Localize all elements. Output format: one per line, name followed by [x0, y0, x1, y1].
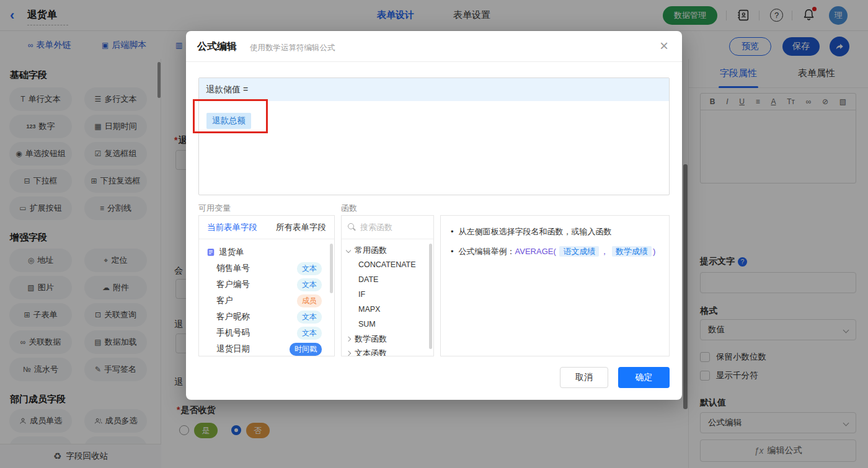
type-badge: 文本 — [297, 278, 322, 291]
function-item[interactable]: CONCATENATE — [342, 257, 433, 272]
help-tip-1: •从左侧面板选择字段名和函数，或输入函数 — [451, 226, 659, 238]
modal-header: 公式编辑 使用数学运算符编辑公式 × — [186, 31, 682, 62]
formula-editor: 退款储值 = — [198, 77, 670, 195]
type-badge: 成员 — [297, 294, 322, 307]
function-group-text[interactable]: 文本函数 — [342, 346, 433, 356]
type-badge: 文本 — [297, 327, 322, 340]
function-group-common[interactable]: 常用函数 — [342, 243, 433, 257]
type-badge: 文本 — [297, 311, 322, 324]
variable-row[interactable]: 客户编号文本 — [206, 276, 328, 293]
functions-scrollbar[interactable] — [429, 244, 432, 349]
help-tip-2: • 公式编辑举例：AVERAGE( 语文成绩， 数学成绩) — [451, 245, 659, 258]
close-icon[interactable]: × — [660, 37, 668, 55]
function-search-input[interactable] — [360, 223, 422, 232]
example-chip: 语文成绩 — [559, 246, 599, 257]
type-badge: 时间戳 — [290, 343, 322, 356]
form-doc-icon — [206, 248, 215, 257]
tab-current-form-fields[interactable]: 当前表单字段 — [207, 222, 257, 233]
chevron-right-icon — [346, 350, 351, 355]
functions-label: 函数 — [341, 203, 357, 214]
formula-field-chip[interactable]: 退款总额 — [206, 113, 251, 129]
variables-scrollbar[interactable] — [330, 244, 333, 293]
function-item[interactable]: DATE — [342, 272, 433, 287]
example-chip: 数学成绩 — [612, 246, 652, 257]
variable-row[interactable]: 销售单号文本 — [206, 260, 328, 276]
variables-panel: 当前表单字段 所有表单字段 退货单 销售单号文本 客户编号文本 客户成员 客户昵… — [198, 215, 335, 356]
variable-row[interactable]: 客户昵称文本 — [206, 309, 328, 325]
variable-row[interactable]: 退货日期时间戳 — [206, 341, 328, 356]
chevron-down-icon — [346, 247, 351, 252]
tab-all-form-fields[interactable]: 所有表单字段 — [276, 222, 326, 233]
app-root: ‹ 退货单 表单设计 表单设置 数据管理 ? 理 ∞表单外链 ▣后端脚本 ▥数据… — [0, 0, 868, 468]
functions-panel: 常用函数 CONCATENATE DATE IF MAPX SUM 数学函数 文… — [341, 215, 434, 356]
function-search — [342, 216, 433, 239]
variable-row[interactable]: 手机号码文本 — [206, 325, 328, 341]
cancel-button[interactable]: 取消 — [560, 367, 608, 388]
type-badge: 文本 — [297, 262, 322, 275]
function-item[interactable]: SUM — [342, 317, 433, 332]
formula-edit-modal: 公式编辑 使用数学运算符编辑公式 × 退款储值 = 退款总额 可用变量 当前表单… — [186, 31, 682, 400]
tree-root-form[interactable]: 退货单 — [206, 244, 328, 260]
function-item[interactable]: MAPX — [342, 302, 433, 317]
example-function-name: AVERAGE( — [515, 247, 556, 256]
modal-title: 公式编辑 — [197, 40, 237, 53]
variables-tabs: 当前表单字段 所有表单字段 — [199, 216, 334, 239]
function-item[interactable]: IF — [342, 287, 433, 302]
formula-help-panel: •从左侧面板选择字段名和函数，或输入函数 • 公式编辑举例：AVERAGE( 语… — [440, 215, 670, 356]
function-group-math[interactable]: 数学函数 — [342, 332, 433, 346]
chevron-right-icon — [346, 336, 351, 341]
variables-tree: 退货单 销售单号文本 客户编号文本 客户成员 客户昵称文本 手机号码文本 退货日… — [199, 239, 334, 356]
modal-subtitle: 使用数学运算符编辑公式 — [250, 43, 335, 53]
variable-row[interactable]: 客户成员 — [206, 293, 328, 309]
search-icon — [348, 223, 356, 231]
formula-target: 退款储值 = — [199, 78, 669, 101]
confirm-button[interactable]: 确定 — [618, 367, 670, 388]
variables-label: 可用变量 — [198, 203, 231, 214]
